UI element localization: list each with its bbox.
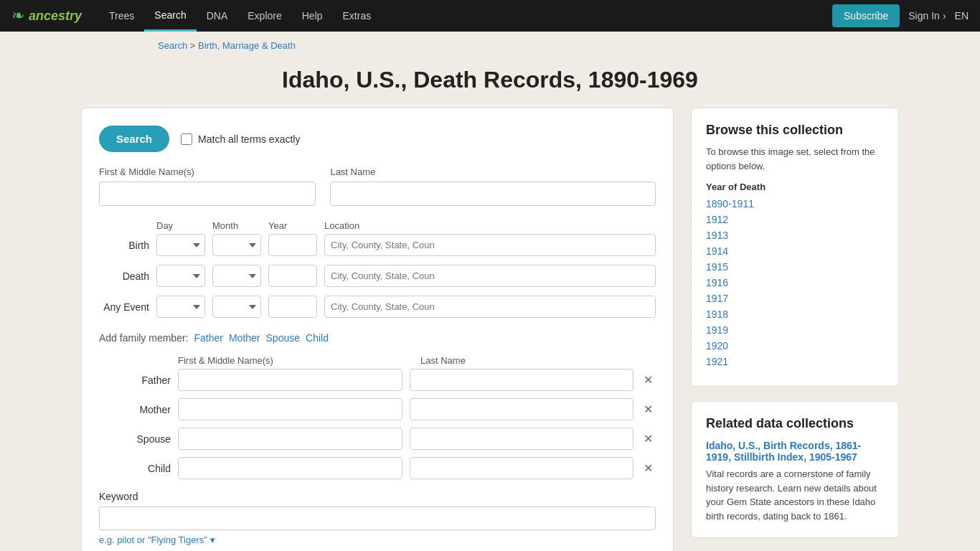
- nav-search[interactable]: Search: [144, 0, 196, 32]
- nav-dna[interactable]: DNA: [197, 0, 238, 32]
- any-event-location-input[interactable]: [324, 296, 656, 318]
- year-link-1915[interactable]: 1915: [706, 261, 884, 273]
- match-exactly-label[interactable]: Match all terms exactly: [181, 133, 300, 145]
- year-link-1912[interactable]: 1912: [706, 214, 884, 225]
- last-name-input[interactable]: [330, 182, 656, 206]
- col-month-label: Month: [212, 220, 261, 231]
- related-collection-link[interactable]: Idaho, U.S., Birth Records, 1861-1919, S…: [706, 440, 884, 463]
- add-family-label: Add family member:: [99, 332, 188, 344]
- breadcrumb-search[interactable]: Search: [158, 40, 187, 51]
- add-spouse-link[interactable]: Spouse: [266, 332, 300, 344]
- breadcrumb-section[interactable]: Birth, Marriage & Death: [198, 40, 296, 51]
- keyword-input[interactable]: [99, 507, 656, 530]
- browse-desc: To browse this image set, select from th…: [706, 145, 884, 173]
- year-links: 1890-19111912191319141915191619171918191…: [706, 198, 884, 367]
- death-day-select[interactable]: [156, 265, 205, 287]
- related-desc: Vital records are a cornerstone of famil…: [706, 467, 884, 523]
- add-child-link[interactable]: Child: [306, 332, 329, 344]
- any-event-label: Any Event: [99, 301, 149, 313]
- page-title: Idaho, U.S., Death Records, 1890-1969: [0, 67, 980, 93]
- father-fname-input[interactable]: [178, 369, 402, 391]
- year-link-1918[interactable]: 1918: [706, 309, 884, 320]
- death-location-input[interactable]: [324, 265, 656, 287]
- breadcrumb: Search > Birth, Marriage & Death: [0, 32, 980, 60]
- mother-remove-button[interactable]: ✕: [641, 400, 656, 419]
- nav-extras[interactable]: Extras: [333, 0, 382, 32]
- add-mother-link[interactable]: Mother: [229, 332, 260, 344]
- birth-day-select[interactable]: [156, 234, 205, 256]
- match-exactly-text: Match all terms exactly: [198, 133, 300, 145]
- any-event-month-select[interactable]: [212, 296, 261, 318]
- birth-year-input[interactable]: [268, 234, 317, 256]
- year-link-1913[interactable]: 1913: [706, 230, 884, 241]
- father-lname-input[interactable]: [410, 369, 634, 391]
- father-remove-button[interactable]: ✕: [641, 370, 656, 390]
- year-link-1916[interactable]: 1916: [706, 277, 884, 288]
- child-lname-input[interactable]: [410, 457, 634, 479]
- spouse-fname-input[interactable]: [178, 428, 402, 450]
- navbar: ❧ ancestry Trees Search DNA Explore Help…: [0, 0, 980, 32]
- form-top-bar: Search Match all terms exactly: [99, 126, 656, 152]
- nav-trees[interactable]: Trees: [99, 0, 144, 32]
- search-form: Search Match all terms exactly First & M…: [81, 108, 674, 551]
- death-month-select[interactable]: [212, 265, 261, 287]
- birth-row: Birth: [99, 234, 656, 256]
- birth-month-select[interactable]: [212, 234, 261, 256]
- first-name-group: First & Middle Name(s): [99, 166, 316, 206]
- year-of-death-label: Year of Death: [706, 182, 884, 192]
- logo[interactable]: ❧ ancestry: [11, 6, 82, 25]
- year-link-1921[interactable]: 1921: [706, 356, 884, 367]
- search-button[interactable]: Search: [99, 126, 169, 152]
- signin-link[interactable]: Sign In ›: [908, 10, 946, 22]
- match-exactly-checkbox[interactable]: [181, 133, 192, 145]
- any-event-day-select[interactable]: [156, 296, 205, 318]
- col-year-label: Year: [268, 220, 317, 231]
- mother-lname-input[interactable]: [410, 398, 634, 420]
- last-name-group: Last Name: [330, 166, 656, 206]
- child-remove-button[interactable]: ✕: [641, 458, 656, 478]
- nav-links: Trees Search DNA Explore Help Extras: [99, 0, 832, 32]
- mother-fname-input[interactable]: [178, 398, 402, 420]
- mother-label: Mother: [99, 404, 171, 415]
- death-year-input[interactable]: [268, 265, 317, 287]
- browse-title: Browse this collection: [706, 123, 884, 138]
- death-label: Death: [99, 270, 149, 282]
- family-lname-col-label: Last Name: [420, 355, 656, 366]
- birth-location-input[interactable]: [324, 234, 656, 256]
- spouse-lname-input[interactable]: [410, 428, 634, 450]
- sidebar: Browse this collection To browse this im…: [691, 108, 899, 551]
- nav-help[interactable]: Help: [292, 0, 333, 32]
- year-link-1919[interactable]: 1919: [706, 324, 884, 336]
- child-fname-input[interactable]: [178, 457, 402, 479]
- spouse-label: Spouse: [99, 433, 171, 445]
- any-event-row: Any Event: [99, 296, 656, 318]
- add-family-row: Add family member: Father Mother Spouse …: [99, 332, 656, 344]
- year-link-1920[interactable]: 1920: [706, 340, 884, 352]
- any-event-year-input[interactable]: [268, 296, 317, 318]
- date-section: Day Month Year Location Birth Death: [99, 220, 656, 318]
- subscribe-button[interactable]: Subscribe: [832, 4, 900, 27]
- keyword-hint[interactable]: e.g. pilot or "Flying Tigers" ▾: [99, 534, 215, 545]
- family-section: Add family member: Father Mother Spouse …: [99, 332, 656, 479]
- first-name-input[interactable]: [99, 182, 316, 206]
- first-name-label: First & Middle Name(s): [99, 166, 316, 177]
- birth-label: Birth: [99, 240, 149, 251]
- mother-row: Mother ✕: [99, 398, 656, 420]
- nav-explore[interactable]: Explore: [237, 0, 291, 32]
- browse-collection-card: Browse this collection To browse this im…: [691, 108, 899, 387]
- last-name-label: Last Name: [330, 166, 656, 177]
- child-label: Child: [99, 463, 171, 474]
- related-collections-card: Related data collections Idaho, U.S., Bi…: [691, 401, 899, 538]
- year-link-1917[interactable]: 1917: [706, 293, 884, 304]
- ancestry-icon: ❧: [11, 6, 24, 25]
- spouse-row: Spouse ✕: [99, 428, 656, 450]
- spouse-remove-button[interactable]: ✕: [641, 429, 656, 448]
- death-row: Death: [99, 265, 656, 287]
- logo-text: ancestry: [29, 9, 82, 24]
- year-link-1914[interactable]: 1914: [706, 245, 884, 257]
- year-link-1890-1911[interactable]: 1890-1911: [706, 198, 884, 209]
- father-label: Father: [99, 375, 171, 386]
- lang-selector[interactable]: EN: [955, 10, 969, 22]
- col-location-label: Location: [324, 220, 656, 231]
- add-father-link[interactable]: Father: [194, 332, 222, 344]
